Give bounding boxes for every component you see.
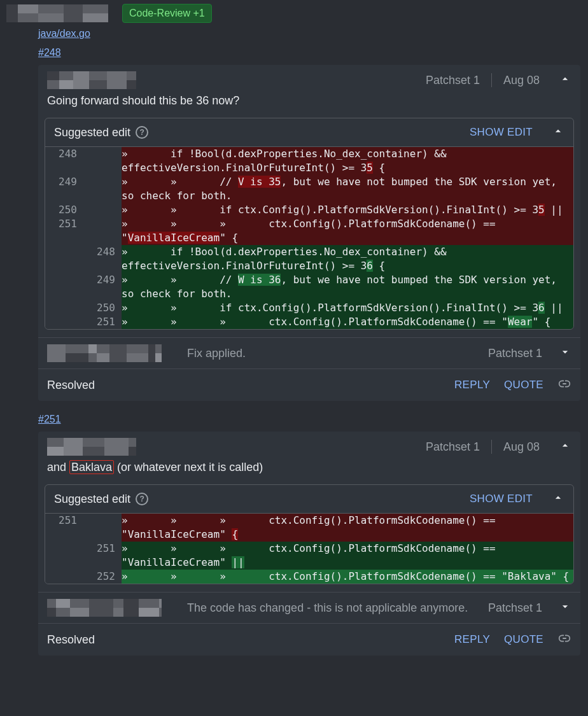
suggested-edit: Suggested edit?SHOW EDIT251» » » ctx.Con…	[45, 484, 574, 584]
quote-button[interactable]: QUOTE	[504, 379, 543, 391]
patchset-label: Patchset 1	[426, 74, 480, 87]
svg-rect-3	[38, 13, 64, 22]
svg-rect-17	[97, 353, 109, 362]
help-icon[interactable]: ?	[136, 493, 148, 505]
svg-rect-25	[83, 447, 104, 456]
line-number-old	[45, 570, 83, 584]
suggested-edit-header: Suggested edit?SHOW EDIT	[45, 118, 573, 146]
comment-thread: Patchset 1Aug 08and Baklava (or whatever…	[38, 432, 580, 656]
show-edit-button[interactable]: SHOW EDIT	[470, 493, 533, 505]
collapse-icon[interactable]	[559, 73, 571, 88]
comment-body: and Baklava (or whatever next it is call…	[38, 461, 580, 482]
svg-rect-12	[127, 80, 136, 89]
svg-rect-8	[59, 80, 73, 89]
patchset-label: Patchset 1	[488, 601, 542, 615]
diff-block: 251» » » ctx.Config().PlatformSdkCodenam…	[45, 513, 573, 584]
line-number-old	[45, 273, 83, 301]
diff-row-add: 250» » if ctx.Config().PlatformSdkVersio…	[45, 301, 573, 315]
expand-icon[interactable]	[559, 346, 571, 361]
line-number-new: 250	[83, 301, 122, 315]
diff-row-add: 248» if !Bool(d.dexProperties.No_dex_con…	[45, 245, 573, 273]
quote-button[interactable]: QUOTE	[504, 633, 543, 646]
code-del: » » » ctx.Config().PlatformSdkCodename()…	[122, 514, 573, 542]
svg-rect-32	[89, 599, 113, 617]
reply-button[interactable]: REPLY	[454, 379, 490, 391]
review-badge: Code-Review +1	[122, 4, 212, 23]
avatar	[47, 344, 162, 362]
svg-rect-18	[109, 344, 127, 362]
line-number-new: 248	[83, 245, 122, 273]
reply-button[interactable]: REPLY	[454, 633, 490, 646]
code-add: » » » ctx.Config().PlatformSdkCodename()…	[122, 542, 573, 570]
svg-rect-19	[127, 353, 148, 362]
expand-icon[interactable]	[559, 600, 571, 615]
diff-row-add: 252» » » ctx.Config().PlatformSdkCodenam…	[45, 570, 573, 584]
line-anchor-link[interactable]: #248	[38, 47, 61, 58]
collapse-icon[interactable]	[552, 491, 564, 507]
separator	[491, 73, 492, 87]
code-add: » » if ctx.Config().PlatformSdkVersion()…	[122, 301, 573, 315]
diff-row-del: 248» if !Bool(d.dexProperties.No_dex_con…	[45, 147, 573, 175]
svg-rect-34	[123, 599, 139, 617]
line-number-new	[83, 217, 122, 245]
suggested-edit-label: Suggested edit	[54, 126, 130, 139]
file-path-row: java/dex.go	[0, 25, 588, 39]
svg-rect-4	[64, 4, 83, 22]
line-anchor-link[interactable]: #251	[38, 414, 61, 425]
svg-rect-16	[88, 344, 97, 353]
line-number-new: 251	[83, 315, 122, 329]
comment-thread: Patchset 1Aug 08Going forward should thi…	[38, 65, 580, 401]
svg-rect-26	[104, 438, 129, 456]
code-add: » » » ctx.Config().PlatformSdkCodename()…	[122, 315, 573, 329]
diff-row-del: 251» » » ctx.Config().PlatformSdkCodenam…	[45, 514, 573, 542]
svg-rect-21	[155, 353, 162, 362]
line-number-new	[83, 175, 122, 203]
svg-rect-10	[89, 80, 107, 89]
show-edit-button[interactable]: SHOW EDIT	[470, 126, 533, 139]
reply-text: Fix applied.	[187, 347, 246, 360]
avatar	[47, 438, 136, 456]
diff-row-del: 250» » if ctx.Config().PlatformSdkVersio…	[45, 203, 573, 217]
svg-rect-7	[47, 71, 59, 80]
review-header: Code-Review +1	[0, 0, 588, 25]
code-del: » » if ctx.Config().PlatformSdkVersion()…	[122, 203, 573, 217]
help-icon[interactable]: ?	[136, 126, 148, 139]
svg-rect-35	[139, 608, 159, 617]
comment-body: Going forward should this be 36 now?	[38, 94, 580, 115]
permalink-icon[interactable]	[557, 377, 571, 393]
resolved-label: Resolved	[47, 633, 95, 647]
svg-rect-27	[129, 447, 136, 456]
code-del: » » » ctx.Config().PlatformSdkCodename()…	[122, 217, 573, 245]
diff-block: 248» if !Bool(d.dexProperties.No_dex_con…	[45, 146, 573, 329]
code-add: » if !Bool(d.dexProperties.No_dex_contai…	[122, 245, 573, 273]
reply-text: The code has changed - this is not appli…	[187, 601, 468, 615]
resolved-label: Resolved	[47, 379, 95, 392]
collapse-icon[interactable]	[559, 439, 571, 454]
svg-rect-5	[83, 13, 108, 22]
diff-row-add: 249» » // W is 36, but we have not bumpe…	[45, 273, 573, 301]
svg-rect-31	[70, 608, 89, 617]
svg-rect-33	[113, 608, 123, 617]
collapse-icon[interactable]	[552, 125, 564, 140]
svg-rect-11	[107, 71, 127, 89]
svg-rect-14	[47, 344, 66, 362]
line-number-new	[83, 147, 122, 175]
permalink-icon[interactable]	[557, 631, 571, 648]
line-number-old: 250	[45, 203, 83, 217]
diff-row-del: 249» » // V is 35, but we have not bumpe…	[45, 175, 573, 203]
line-number-old: 248	[45, 147, 83, 175]
svg-rect-2	[18, 4, 38, 13]
diff-row-del: 251» » » ctx.Config().PlatformSdkCodenam…	[45, 217, 573, 245]
line-number-new: 249	[83, 273, 122, 301]
line-number-old: 251	[45, 217, 83, 245]
diff-row-add: 251» » » ctx.Config().PlatformSdkCodenam…	[45, 542, 573, 570]
line-number-old: 249	[45, 175, 83, 203]
file-link[interactable]: java/dex.go	[38, 28, 90, 39]
comment-header: Patchset 1Aug 08	[38, 432, 580, 461]
svg-rect-15	[66, 353, 88, 362]
svg-rect-30	[56, 599, 70, 608]
patchset-label: Patchset 1	[426, 440, 480, 454]
patchset-label: Patchset 1	[488, 347, 542, 360]
line-number-old	[45, 542, 83, 570]
suggested-edit-label: Suggested edit	[54, 493, 130, 506]
